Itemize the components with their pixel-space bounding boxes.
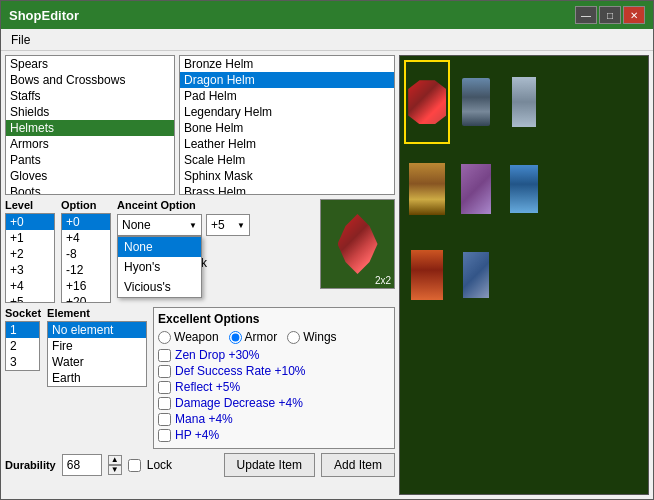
list-item[interactable]: Bone Helm: [180, 120, 394, 136]
item-cell-armor1[interactable]: [501, 60, 547, 144]
item-cell-helm[interactable]: [404, 60, 450, 144]
armor-radio[interactable]: [229, 331, 242, 344]
list-item[interactable]: Brass Helm: [180, 184, 394, 195]
level-item[interactable]: +1: [6, 230, 54, 246]
option-item[interactable]: -12: [62, 262, 110, 278]
plus-selected: +5: [211, 218, 225, 232]
item-cell-r2c2[interactable]: [452, 146, 498, 230]
list-item[interactable]: Gloves: [6, 168, 174, 184]
option-list[interactable]: +0 +4 -8 -12 +16 +20 +24: [61, 213, 111, 303]
list-item[interactable]: Spears: [6, 56, 174, 72]
durability-input[interactable]: [62, 454, 102, 476]
option-item[interactable]: +20: [62, 294, 110, 303]
item-cell-r4c3: [501, 319, 547, 403]
damage-decrease-checkbox[interactable]: [158, 397, 171, 410]
list-item[interactable]: Scale Helm: [180, 152, 394, 168]
list-item[interactable]: Sphinx Mask: [180, 168, 394, 184]
item-cell-r3c2[interactable]: [452, 233, 498, 317]
level-item[interactable]: +4: [6, 278, 54, 294]
plus-arrow-icon: ▼: [237, 221, 245, 230]
element-item-water[interactable]: Water: [48, 354, 146, 370]
excellent-item-2: Def Success Rate +10%: [158, 364, 390, 378]
plus-dropdown-btn[interactable]: +5 ▼: [206, 214, 250, 236]
armor3-sprite: [461, 164, 491, 214]
socket-item[interactable]: 3: [6, 354, 39, 370]
dropdown-item-none[interactable]: None: [118, 237, 201, 257]
wings-radio-label[interactable]: Wings: [287, 330, 336, 344]
item-cell-r3c3: [501, 233, 547, 317]
socket-list[interactable]: 1 2 3: [5, 321, 40, 371]
def-success-label: Def Success Rate +10%: [175, 364, 305, 378]
item-cell-r2c3[interactable]: [501, 146, 547, 230]
left-panel: Spears Bows and Crossbows Staffs Shields…: [5, 55, 395, 495]
close-button[interactable]: ✕: [623, 6, 645, 24]
item-cell-r3c1[interactable]: [404, 233, 450, 317]
option-item[interactable]: -8: [62, 246, 110, 262]
dropdown-item-vicious[interactable]: Vicious's: [118, 277, 201, 297]
socket-item[interactable]: 1: [6, 322, 39, 338]
weapon-radio[interactable]: [158, 331, 171, 344]
category-list[interactable]: Spears Bows and Crossbows Staffs Shields…: [5, 55, 175, 195]
weapon-radio-label[interactable]: Weapon: [158, 330, 218, 344]
hp-checkbox[interactable]: [158, 429, 171, 442]
element-item-earth[interactable]: Earth: [48, 370, 146, 386]
list-item[interactable]: Armors: [6, 136, 174, 152]
item-cell-warrior[interactable]: [452, 60, 498, 144]
element-label: Element: [47, 307, 147, 319]
item-list[interactable]: Bronze Helm Dragon Helm Pad Helm Legenda…: [179, 55, 395, 195]
armor6-sprite: [463, 252, 489, 298]
item-cell-r2c1[interactable]: [404, 146, 450, 230]
list-item[interactable]: Staffs: [6, 88, 174, 104]
list-item[interactable]: Pad Helm: [180, 88, 394, 104]
option-item[interactable]: +0: [62, 214, 110, 230]
dropdown-item-hyon[interactable]: Hyon's: [118, 257, 201, 277]
update-item-button[interactable]: Update Item: [224, 453, 315, 477]
excellent-section: Excellent Options Weapon Armor Wings: [153, 307, 395, 449]
excellent-item-6: HP +4%: [158, 428, 390, 442]
level-item[interactable]: +2: [6, 246, 54, 262]
reflect-checkbox[interactable]: [158, 381, 171, 394]
level-item[interactable]: +5: [6, 294, 54, 303]
list-item[interactable]: Boots: [6, 184, 174, 195]
element-item-fire[interactable]: Fire: [48, 338, 146, 354]
element-list[interactable]: No element Fire Water Earth: [47, 321, 147, 387]
level-item[interactable]: +3: [6, 262, 54, 278]
list-item[interactable]: Bows and Crossbows: [6, 72, 174, 88]
level-list[interactable]: +0 +1 +2 +3 +4 +5 +6: [5, 213, 55, 303]
ancient-option-group: Anceint Option None ▼ None Hyon's Vi: [117, 199, 314, 287]
warrior-sprite: [462, 78, 490, 126]
title-controls: — □ ✕: [575, 6, 645, 24]
item-cell-r5c5: [598, 406, 644, 490]
weapon-label: Weapon: [174, 330, 218, 344]
socket-item[interactable]: 2: [6, 338, 39, 354]
mana-checkbox[interactable]: [158, 413, 171, 426]
ancient-dropdown-btn[interactable]: None ▼: [117, 214, 202, 236]
def-success-checkbox[interactable]: [158, 365, 171, 378]
list-item[interactable]: Leather Helm: [180, 136, 394, 152]
controls-row: Level +0 +1 +2 +3 +4 +5 +6 Option: [5, 199, 395, 303]
level-item[interactable]: +0: [6, 214, 54, 230]
list-item[interactable]: Pants: [6, 152, 174, 168]
armor-radio-label[interactable]: Armor: [229, 330, 278, 344]
zen-drop-checkbox[interactable]: [158, 349, 171, 362]
durability-up-button[interactable]: ▲: [108, 455, 122, 465]
item-cell-r5c4: [549, 406, 595, 490]
maximize-button[interactable]: □: [599, 6, 621, 24]
file-menu[interactable]: File: [5, 31, 36, 49]
durability-down-button[interactable]: ▼: [108, 465, 122, 475]
list-item-helmets[interactable]: Helmets: [6, 120, 174, 136]
excellent-item-4: Damage Decrease +4%: [158, 396, 390, 410]
add-item-button[interactable]: Add Item: [321, 453, 395, 477]
item-cell-r5c3: [501, 406, 547, 490]
option-item[interactable]: +4: [62, 230, 110, 246]
list-item-dragon-helm[interactable]: Dragon Helm: [180, 72, 394, 88]
element-item-no[interactable]: No element: [48, 322, 146, 338]
minimize-button[interactable]: —: [575, 6, 597, 24]
wings-radio[interactable]: [287, 331, 300, 344]
option-item[interactable]: +16: [62, 278, 110, 294]
list-item[interactable]: Bronze Helm: [180, 56, 394, 72]
list-item[interactable]: Legendary Helm: [180, 104, 394, 120]
armor1-sprite: [512, 77, 536, 127]
list-item[interactable]: Shields: [6, 104, 174, 120]
lock-checkbox[interactable]: [128, 459, 141, 472]
